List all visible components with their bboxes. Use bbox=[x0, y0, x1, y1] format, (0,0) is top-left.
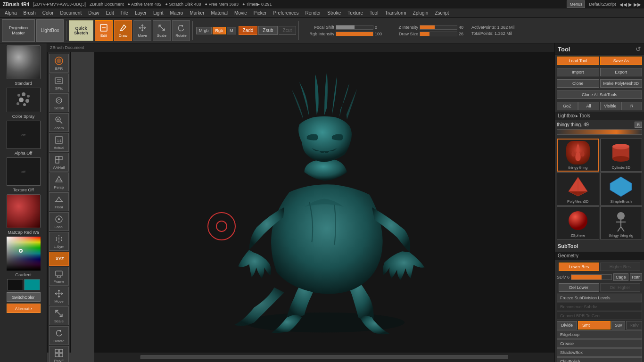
crease-button[interactable]: Crease bbox=[557, 339, 642, 348]
smt-button[interactable]: Smt bbox=[578, 321, 611, 329]
menus-button[interactable]: Menus bbox=[567, 0, 585, 8]
clone-button[interactable]: Clone bbox=[557, 79, 599, 88]
tool-thumb-simplebrush[interactable]: SimpleBrush bbox=[600, 173, 643, 206]
zsub-button[interactable]: Zsub bbox=[258, 26, 277, 35]
draw-button[interactable]: Draw bbox=[114, 20, 132, 41]
r-button[interactable]: R bbox=[621, 102, 642, 110]
menu-item-alpha[interactable]: Alpha bbox=[2, 9, 20, 16]
tool-thumb-polymesh3d[interactable]: PolyMesh3D bbox=[557, 173, 599, 206]
claypolish-button[interactable]: ClayPolish bbox=[557, 357, 642, 362]
lbt-r-button[interactable]: R bbox=[635, 122, 642, 128]
higher-res-button[interactable]: Higher Res bbox=[600, 263, 641, 271]
divide-button[interactable]: Divide bbox=[557, 321, 577, 329]
convert-bpr-button[interactable]: Convert BPR To Geo bbox=[557, 312, 642, 320]
aahalf-button[interactable]: AAHalf bbox=[49, 153, 69, 172]
menu-item-brush[interactable]: Brush bbox=[21, 9, 39, 16]
shadowbox-button[interactable]: ShadowBox bbox=[557, 348, 642, 357]
menu-item-material[interactable]: Material bbox=[208, 9, 231, 16]
edit-button[interactable]: Edit bbox=[95, 20, 113, 41]
lbt-slider[interactable] bbox=[557, 129, 642, 135]
alternate-button[interactable]: Alternate bbox=[7, 304, 41, 313]
frame-button[interactable]: Frame bbox=[49, 267, 69, 286]
mrgb-button[interactable]: Mrgb bbox=[196, 27, 212, 34]
goz-button[interactable]: GoZ bbox=[557, 102, 578, 110]
del-higher-button[interactable]: Del Higher bbox=[600, 283, 641, 292]
rgb-button[interactable]: Rgb bbox=[213, 27, 226, 34]
polyf-button[interactable]: PolyF bbox=[49, 346, 69, 362]
color-spray-thumb[interactable] bbox=[7, 88, 41, 112]
xyz-button[interactable]: XYZ bbox=[49, 252, 69, 266]
menu-item-zscript[interactable]: Zscript bbox=[432, 9, 452, 16]
spix-button[interactable]: SPix bbox=[49, 74, 69, 92]
rstr-button[interactable]: Rstr bbox=[630, 273, 643, 281]
menu-item-file[interactable]: File bbox=[118, 9, 131, 16]
lsym-button[interactable]: L.Sym bbox=[49, 232, 69, 251]
visible-button[interactable]: Visible bbox=[600, 102, 621, 110]
local-button[interactable]: Local bbox=[49, 212, 69, 231]
floor-button[interactable]: Floor bbox=[49, 192, 69, 211]
rotate-rt-button[interactable]: Rotate bbox=[49, 326, 69, 345]
z-intensity-slider[interactable] bbox=[420, 25, 457, 30]
menu-item-document[interactable]: Document bbox=[58, 9, 85, 16]
menu-item-stroke[interactable]: Stroke bbox=[324, 9, 344, 16]
focal-shift-slider[interactable] bbox=[336, 25, 373, 30]
lightbox-button[interactable]: LightBox bbox=[36, 19, 64, 42]
geometry-section-header[interactable]: Geometry bbox=[555, 252, 644, 260]
all-button[interactable]: All bbox=[578, 102, 599, 110]
lower-res-button[interactable]: Lower Res bbox=[559, 263, 599, 271]
suv-button[interactable]: Suv bbox=[611, 321, 626, 329]
menu-item-light[interactable]: Light bbox=[150, 9, 166, 16]
menu-item-transform[interactable]: Transform bbox=[382, 9, 409, 16]
alpha-thumb[interactable]: off bbox=[7, 121, 41, 149]
scale-rt-button[interactable]: Scale bbox=[49, 306, 69, 325]
scale-button[interactable]: Scale bbox=[153, 20, 171, 41]
draw-size-slider[interactable] bbox=[420, 32, 457, 36]
menu-item-render[interactable]: Render bbox=[303, 9, 324, 16]
load-tool-button[interactable]: Load Tool bbox=[557, 57, 599, 65]
scroll-button[interactable]: Scroll bbox=[49, 93, 69, 112]
menu-item-marker[interactable]: Marker bbox=[187, 9, 207, 16]
sdiv-slider[interactable] bbox=[571, 274, 612, 280]
quick-sketch-button[interactable]: Quick Sketch bbox=[69, 20, 93, 41]
menu-item-draw[interactable]: Draw bbox=[85, 9, 102, 16]
menu-item-preferences[interactable]: Preferences bbox=[271, 9, 302, 16]
rgb-intensity-slider[interactable] bbox=[336, 32, 373, 36]
menu-item-tool[interactable]: Tool bbox=[367, 9, 381, 16]
zadd-button[interactable]: Zadd bbox=[239, 26, 258, 35]
menu-item-picker[interactable]: Picker bbox=[251, 9, 270, 16]
make-polymesh-button[interactable]: Make PolyMesh3D bbox=[600, 79, 643, 88]
menu-item-texture[interactable]: Texture bbox=[345, 9, 366, 16]
menu-item-color[interactable]: Color bbox=[40, 9, 57, 16]
menu-item-layer[interactable]: Layer bbox=[132, 9, 149, 16]
canvas-viewport[interactable] bbox=[94, 52, 554, 353]
lightbox-tools-header[interactable]: Lightbox▸ Tools bbox=[555, 112, 644, 120]
rotate-button[interactable]: Rotate bbox=[172, 20, 190, 41]
move-button[interactable]: Move bbox=[133, 20, 151, 41]
tool-thumb-thingy[interactable]: thingy thing bbox=[557, 139, 599, 172]
bpr-button[interactable]: BPR bbox=[49, 54, 69, 73]
edgeloop-button[interactable]: EdgeLoop bbox=[557, 330, 642, 339]
menu-item-movie[interactable]: Movie bbox=[231, 9, 250, 16]
reconstruct-subdiv-button[interactable]: Reconstruct Subdiv bbox=[557, 303, 642, 311]
tool-thumb-zsphere[interactable]: ZSphere bbox=[557, 206, 599, 239]
matcap-red-thumb[interactable] bbox=[7, 194, 41, 228]
swatch-black[interactable] bbox=[7, 279, 23, 290]
move-rt-button[interactable]: Move bbox=[49, 287, 69, 305]
swatch-teal[interactable] bbox=[24, 279, 40, 290]
clone-all-subtools-button[interactable]: Clone All SubTools bbox=[557, 90, 642, 99]
standard-material-thumb[interactable] bbox=[7, 45, 41, 79]
cage-button[interactable]: Cage bbox=[613, 273, 628, 281]
tool-thumb-thingy-rig[interactable]: thingy thing rig bbox=[600, 206, 643, 239]
texture-thumb[interactable]: off bbox=[7, 157, 41, 186]
export-button[interactable]: Export bbox=[600, 68, 643, 76]
m-button[interactable]: M bbox=[227, 27, 236, 34]
zcut-button[interactable]: Zcut bbox=[279, 26, 296, 35]
projection-master-button[interactable]: ProjectionMaster bbox=[2, 19, 35, 42]
import-button[interactable]: Import bbox=[557, 68, 599, 76]
tool-reset-button[interactable]: ↺ bbox=[636, 45, 641, 53]
canvas-horizontal-scrollbar[interactable] bbox=[140, 355, 509, 359]
freeze-subdiv-button[interactable]: Freeze SubDivision Levels bbox=[557, 294, 642, 302]
switch-color-button[interactable]: SwitchColor bbox=[7, 292, 41, 302]
color-picker[interactable] bbox=[7, 237, 41, 271]
zoom-button[interactable]: Zoom bbox=[49, 113, 69, 132]
